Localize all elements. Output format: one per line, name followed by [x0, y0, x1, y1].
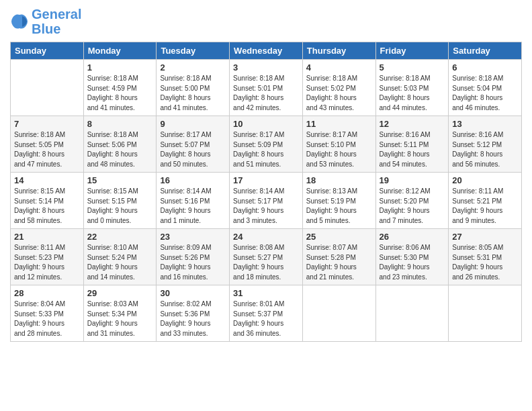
- day-cell: 23Sunrise: 8:09 AMSunset: 5:26 PMDayligh…: [157, 229, 230, 285]
- day-number: 22: [87, 232, 153, 242]
- weekday-header-row: SundayMondayTuesdayWednesdayThursdayFrid…: [11, 42, 522, 60]
- day-cell: [449, 285, 522, 342]
- day-number: 6: [452, 62, 518, 73]
- day-info: Sunrise: 8:18 AMSunset: 5:04 PMDaylight:…: [452, 74, 518, 113]
- week-row-1: 1Sunrise: 8:18 AMSunset: 4:59 PMDaylight…: [11, 60, 522, 116]
- day-number: 23: [160, 232, 226, 242]
- day-info: Sunrise: 8:11 AMSunset: 5:21 PMDaylight:…: [452, 187, 518, 226]
- day-info: Sunrise: 8:16 AMSunset: 5:11 PMDaylight:…: [380, 130, 445, 169]
- day-info: Sunrise: 8:11 AMSunset: 5:23 PMDaylight:…: [14, 243, 80, 282]
- day-number: 1: [87, 62, 153, 73]
- day-cell: 2Sunrise: 8:18 AMSunset: 5:00 PMDaylight…: [157, 60, 230, 116]
- day-number: 15: [87, 175, 153, 185]
- day-number: 29: [87, 288, 153, 298]
- day-info: Sunrise: 8:01 AMSunset: 5:37 PMDaylight:…: [233, 300, 299, 338]
- day-info: Sunrise: 8:18 AMSunset: 5:00 PMDaylight:…: [160, 74, 226, 113]
- day-info: Sunrise: 8:10 AMSunset: 5:24 PMDaylight:…: [87, 243, 153, 282]
- day-cell: 13Sunrise: 8:16 AMSunset: 5:12 PMDayligh…: [449, 116, 522, 173]
- day-info: Sunrise: 8:06 AMSunset: 5:30 PMDaylight:…: [380, 243, 445, 282]
- calendar-table: SundayMondayTuesdayWednesdayThursdayFrid…: [10, 42, 522, 342]
- page: General Blue SundayMondayTuesdayWednesda…: [0, 0, 532, 411]
- day-info: Sunrise: 8:02 AMSunset: 5:36 PMDaylight:…: [160, 300, 226, 338]
- day-info: Sunrise: 8:09 AMSunset: 5:26 PMDaylight:…: [160, 243, 226, 282]
- day-info: Sunrise: 8:17 AMSunset: 5:10 PMDaylight:…: [306, 130, 372, 169]
- day-info: Sunrise: 8:14 AMSunset: 5:17 PMDaylight:…: [233, 187, 299, 226]
- day-info: Sunrise: 8:12 AMSunset: 5:20 PMDaylight:…: [380, 187, 445, 226]
- day-info: Sunrise: 8:18 AMSunset: 5:03 PMDaylight:…: [380, 74, 445, 113]
- day-number: 28: [14, 288, 80, 298]
- day-cell: 11Sunrise: 8:17 AMSunset: 5:10 PMDayligh…: [302, 116, 375, 173]
- weekday-monday: Monday: [83, 42, 157, 60]
- day-cell: 3Sunrise: 8:18 AMSunset: 5:01 PMDaylight…: [230, 60, 303, 116]
- day-number: 10: [233, 119, 299, 129]
- day-cell: 20Sunrise: 8:11 AMSunset: 5:21 PMDayligh…: [449, 173, 522, 229]
- day-info: Sunrise: 8:18 AMSunset: 4:59 PMDaylight:…: [87, 74, 153, 113]
- day-number: 8: [87, 119, 153, 129]
- day-number: 27: [452, 232, 518, 242]
- day-number: 11: [306, 119, 372, 129]
- day-info: Sunrise: 8:08 AMSunset: 5:27 PMDaylight:…: [233, 243, 299, 282]
- day-number: 26: [380, 232, 445, 242]
- day-number: 13: [452, 119, 518, 129]
- logo-text: General Blue: [32, 7, 81, 36]
- day-info: Sunrise: 8:15 AMSunset: 5:14 PMDaylight:…: [14, 187, 80, 226]
- logo-icon: [10, 12, 29, 31]
- day-cell: 28Sunrise: 8:04 AMSunset: 5:33 PMDayligh…: [11, 285, 84, 342]
- day-number: 20: [452, 175, 518, 185]
- day-number: 5: [380, 62, 445, 73]
- day-cell: 29Sunrise: 8:03 AMSunset: 5:34 PMDayligh…: [83, 285, 157, 342]
- weekday-wednesday: Wednesday: [230, 42, 303, 60]
- day-number: 31: [233, 288, 299, 298]
- day-cell: 19Sunrise: 8:12 AMSunset: 5:20 PMDayligh…: [375, 173, 449, 229]
- weekday-friday: Friday: [375, 42, 449, 60]
- day-cell: 27Sunrise: 8:05 AMSunset: 5:31 PMDayligh…: [449, 229, 522, 285]
- day-number: 14: [14, 175, 80, 185]
- day-cell: 7Sunrise: 8:18 AMSunset: 5:05 PMDaylight…: [11, 116, 84, 173]
- day-cell: 10Sunrise: 8:17 AMSunset: 5:09 PMDayligh…: [230, 116, 303, 173]
- day-number: 19: [380, 175, 445, 185]
- day-number: 9: [160, 119, 226, 129]
- day-number: 17: [233, 175, 299, 185]
- day-number: 4: [306, 62, 372, 73]
- day-cell: 31Sunrise: 8:01 AMSunset: 5:37 PMDayligh…: [230, 285, 303, 342]
- day-cell: 26Sunrise: 8:06 AMSunset: 5:30 PMDayligh…: [375, 229, 449, 285]
- day-number: 18: [306, 175, 372, 185]
- week-row-4: 21Sunrise: 8:11 AMSunset: 5:23 PMDayligh…: [11, 229, 522, 285]
- day-cell: [375, 285, 449, 342]
- day-info: Sunrise: 8:04 AMSunset: 5:33 PMDaylight:…: [14, 300, 80, 338]
- day-info: Sunrise: 8:03 AMSunset: 5:34 PMDaylight:…: [87, 300, 153, 338]
- day-number: 25: [306, 232, 372, 242]
- day-info: Sunrise: 8:16 AMSunset: 5:12 PMDaylight:…: [452, 130, 518, 169]
- day-cell: 1Sunrise: 8:18 AMSunset: 4:59 PMDaylight…: [83, 60, 157, 116]
- day-info: Sunrise: 8:07 AMSunset: 5:28 PMDaylight:…: [306, 243, 372, 282]
- day-number: 7: [14, 119, 80, 129]
- day-info: Sunrise: 8:14 AMSunset: 5:16 PMDaylight:…: [160, 187, 226, 226]
- day-cell: 8Sunrise: 8:18 AMSunset: 5:06 PMDaylight…: [83, 116, 157, 173]
- day-info: Sunrise: 8:13 AMSunset: 5:19 PMDaylight:…: [306, 187, 372, 226]
- day-info: Sunrise: 8:18 AMSunset: 5:06 PMDaylight:…: [87, 130, 153, 169]
- day-cell: [302, 285, 375, 342]
- day-cell: 25Sunrise: 8:07 AMSunset: 5:28 PMDayligh…: [302, 229, 375, 285]
- logo: General Blue: [10, 7, 81, 36]
- day-cell: 15Sunrise: 8:15 AMSunset: 5:15 PMDayligh…: [83, 173, 157, 229]
- day-cell: 24Sunrise: 8:08 AMSunset: 5:27 PMDayligh…: [230, 229, 303, 285]
- week-row-3: 14Sunrise: 8:15 AMSunset: 5:14 PMDayligh…: [11, 173, 522, 229]
- day-number: 2: [160, 62, 226, 73]
- day-info: Sunrise: 8:17 AMSunset: 5:09 PMDaylight:…: [233, 130, 299, 169]
- weekday-saturday: Saturday: [449, 42, 522, 60]
- weekday-sunday: Sunday: [11, 42, 84, 60]
- day-number: 30: [160, 288, 226, 298]
- day-cell: 30Sunrise: 8:02 AMSunset: 5:36 PMDayligh…: [157, 285, 230, 342]
- day-number: 21: [14, 232, 80, 242]
- week-row-2: 7Sunrise: 8:18 AMSunset: 5:05 PMDaylight…: [11, 116, 522, 173]
- week-row-5: 28Sunrise: 8:04 AMSunset: 5:33 PMDayligh…: [11, 285, 522, 342]
- day-cell: 16Sunrise: 8:14 AMSunset: 5:16 PMDayligh…: [157, 173, 230, 229]
- day-number: 12: [380, 119, 445, 129]
- header: General Blue: [10, 7, 522, 36]
- weekday-thursday: Thursday: [302, 42, 375, 60]
- day-cell: 4Sunrise: 8:18 AMSunset: 5:02 PMDaylight…: [302, 60, 375, 116]
- day-cell: 12Sunrise: 8:16 AMSunset: 5:11 PMDayligh…: [375, 116, 449, 173]
- day-info: Sunrise: 8:18 AMSunset: 5:02 PMDaylight:…: [306, 74, 372, 113]
- day-cell: 9Sunrise: 8:17 AMSunset: 5:07 PMDaylight…: [157, 116, 230, 173]
- day-number: 3: [233, 62, 299, 73]
